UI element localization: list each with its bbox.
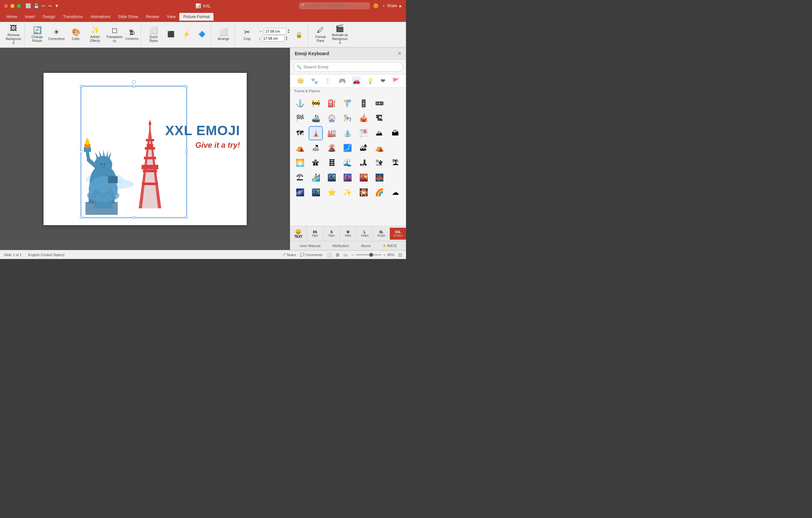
tab-view[interactable]: View	[163, 13, 180, 21]
emoji-circus[interactable]: 🎪	[356, 111, 371, 125]
picture-border-button[interactable]: ⬛	[164, 25, 178, 45]
zoom-in-icon[interactable]: +	[383, 253, 385, 257]
slide-canvas[interactable]: XXL EMOJI Give it a try!	[44, 73, 247, 225]
cat-symbols[interactable]: ❤	[380, 77, 386, 85]
emoji-sunset[interactable]: 🌇	[356, 171, 371, 185]
emoji-umbrella[interactable]: ⛱	[293, 171, 307, 185]
tab-picture-format[interactable]: Picture Format	[179, 13, 213, 21]
size-s[interactable]: S 32px	[323, 228, 340, 240]
tab-design[interactable]: Design	[39, 13, 59, 21]
search-input[interactable]	[299, 2, 370, 9]
emoji-busstop[interactable]: 🚏	[341, 96, 355, 111]
about-link[interactable]: About	[361, 244, 371, 248]
cat-animals[interactable]: 🐾	[310, 77, 319, 85]
slide-area[interactable]: XXL EMOJI Give it a try!	[0, 48, 290, 250]
width-input[interactable]	[264, 28, 286, 34]
emoji-volcano[interactable]: 🌋	[325, 141, 339, 155]
emoji-anchor[interactable]: ⚓	[293, 96, 307, 111]
undo-icon[interactable]: ↩	[41, 3, 46, 8]
emoji-snowmountain[interactable]: 🏔	[388, 126, 402, 140]
arrange-button[interactable]: ⬜ Arrange	[214, 25, 233, 45]
search-wrapper[interactable]	[299, 2, 370, 9]
cat-travel[interactable]: 🚗	[352, 77, 361, 85]
emoji-national[interactable]: 🏞	[356, 156, 371, 170]
emoji-ship[interactable]: 🚢	[309, 111, 323, 125]
grid-view-icon[interactable]: ⊞	[336, 252, 340, 257]
tab-slideshow[interactable]: Slide Show	[114, 13, 142, 21]
emoji-fuel[interactable]: ⛽	[325, 96, 339, 111]
emoji-cityscape[interactable]: 🌆	[341, 171, 355, 185]
emoji-citynight[interactable]: 🌃	[325, 171, 339, 185]
emoji-construction[interactable]: 🚧	[309, 96, 323, 111]
size-xl[interactable]: XL 512px	[373, 228, 389, 240]
close-button[interactable]	[4, 4, 8, 8]
emoji-sunrise[interactable]: 🌅	[293, 156, 307, 170]
height-down-arrow[interactable]: ▼	[285, 38, 288, 41]
height-input[interactable]	[262, 35, 284, 41]
lock-aspect-button[interactable]: 🔒	[292, 25, 306, 45]
emoji-sparkle[interactable]: ✨	[341, 185, 355, 200]
tab-animations[interactable]: Animations	[86, 13, 114, 21]
compress-button[interactable]: 🗜 Compress	[125, 25, 139, 45]
size-m[interactable]: M 64px	[340, 228, 356, 240]
emoji-grid-container[interactable]: ⚓ 🚧 ⛽ 🚏 🚦 🚥 🏁 🚢 🎡 🎠 🎪 🏗 🗺 🗼 🏭 ⛲	[290, 94, 406, 226]
remove-background-button[interactable]: 🖼 RemoveBackground	[4, 25, 23, 45]
size-xs[interactable]: XS 16px	[307, 228, 323, 240]
emoji-night[interactable]: 🌃	[309, 185, 323, 200]
emoji-ocean[interactable]: 🌊	[341, 156, 355, 170]
user-icon[interactable]: 😊	[373, 3, 379, 8]
emoji-fountain[interactable]: ⛲	[341, 126, 355, 140]
maximize-button[interactable]	[17, 4, 21, 8]
emoji-search-input[interactable]	[293, 62, 403, 71]
sidebar-icon[interactable]: ⬜	[26, 3, 31, 8]
width-down-arrow[interactable]: ▼	[287, 31, 290, 34]
customize-icon[interactable]: ▼	[55, 3, 59, 8]
emoji-rainbow[interactable]: 🌈	[372, 185, 386, 200]
redo-icon[interactable]: ↪	[48, 3, 52, 8]
emoji-chequered[interactable]: 🏁	[293, 111, 307, 125]
emoji-desert[interactable]: 🏜	[372, 156, 386, 170]
emoji-factory[interactable]: 🏭	[325, 126, 339, 140]
emoji-tokyo-tower[interactable]: 🗼	[309, 126, 323, 140]
emoji-japan[interactable]: 🗾	[341, 141, 355, 155]
notes-button[interactable]: 📝 Notes	[281, 253, 296, 257]
size-xxl[interactable]: XXL 1024px	[390, 228, 406, 240]
cat-activities[interactable]: 🎮	[338, 77, 347, 85]
emoji-sparkler[interactable]: 🎇	[356, 185, 371, 200]
share-button[interactable]: ＋ Share ▲	[382, 3, 402, 9]
crop-button[interactable]: ✂ Crop	[238, 25, 256, 45]
emoji-japanmap[interactable]: 🗺	[293, 126, 307, 140]
emoji-bridge[interactable]: 🌉	[372, 171, 386, 185]
save-icon[interactable]: 💾	[33, 3, 39, 8]
size-l[interactable]: L 128px	[357, 228, 373, 240]
emoji-foggy[interactable]: 🌁	[356, 126, 371, 140]
tab-review[interactable]: Review	[142, 13, 163, 21]
transparency-button[interactable]: ◻ Transparency	[106, 25, 123, 45]
emoji-tent2[interactable]: ⛺	[372, 141, 386, 155]
emoji-construction2[interactable]: 🏗	[372, 111, 386, 125]
emoji-milkyway[interactable]: 🌌	[293, 185, 307, 200]
emoji-mountain[interactable]: ⛰	[372, 126, 386, 140]
picture-layout-button[interactable]: 🔷	[195, 25, 209, 45]
tab-home[interactable]: Home	[3, 13, 21, 21]
quick-styles-button[interactable]: ⬜ QuickStyles	[144, 25, 163, 45]
tab-insert[interactable]: Insert	[21, 13, 39, 21]
color-button[interactable]: 🎨 Color	[67, 25, 85, 45]
user-manual-link[interactable]: User Manual	[299, 244, 320, 248]
format-pane-button[interactable]: 🖊 FormatPane	[312, 25, 329, 45]
emoji-island[interactable]: 🏝	[388, 156, 402, 170]
cat-food[interactable]: 🍴	[324, 77, 333, 85]
emoji-trafficlight[interactable]: 🚦	[356, 96, 371, 111]
emoji-road[interactable]: 🛣	[309, 156, 323, 170]
cat-flags[interactable]: 🚩	[391, 77, 400, 85]
cat-people[interactable]: 😊	[296, 77, 305, 85]
emoji-railtrack[interactable]: 🛤	[325, 156, 339, 170]
zoom-slider[interactable]	[356, 254, 381, 255]
emoji-camping[interactable]: 🏕	[356, 141, 371, 155]
normal-view-icon[interactable]: ⬜	[326, 252, 332, 257]
comments-button[interactable]: 💬 Comments	[300, 253, 322, 257]
attribution-link[interactable]: Attribution	[332, 244, 349, 248]
emoji-tent[interactable]: ⛺	[293, 141, 307, 155]
minimize-button[interactable]	[10, 4, 14, 8]
tab-transitions[interactable]: Transitions	[59, 13, 87, 21]
